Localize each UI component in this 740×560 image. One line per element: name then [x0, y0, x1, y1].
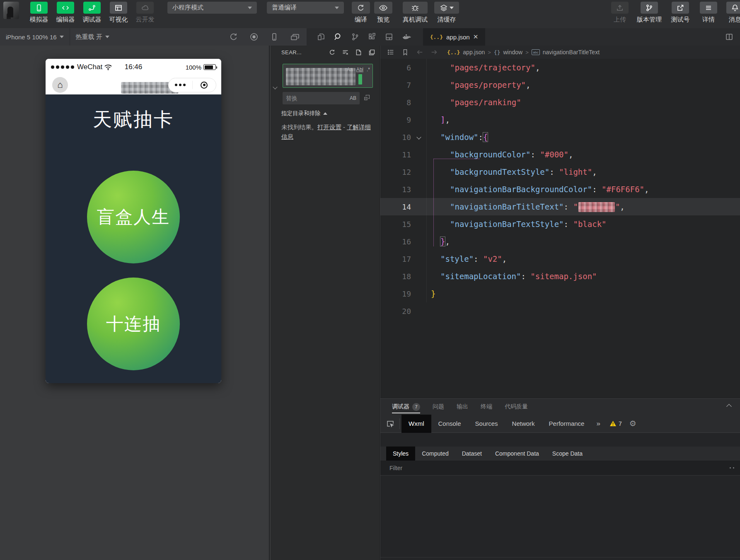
files-icon[interactable]: [317, 32, 326, 41]
rotate-icon[interactable]: [229, 32, 238, 41]
refresh-search-icon[interactable]: [329, 49, 336, 56]
forward-arrow-icon[interactable]: [430, 48, 438, 56]
more-options-button[interactable]: [169, 84, 192, 86]
simulator-controls: [229, 32, 300, 41]
eye-icon: [374, 2, 392, 14]
toggle-replace-icon[interactable]: [273, 83, 277, 90]
back-arrow-icon[interactable]: [416, 48, 423, 56]
line-number: 8: [380, 98, 411, 107]
breadcrumb-file[interactable]: app.json: [463, 49, 485, 56]
close-icon[interactable]: ✕: [473, 33, 479, 41]
breadcrumb: {..} app.json > {} window > abc navigati…: [447, 49, 600, 56]
tab-debugger[interactable]: 调试器 7: [392, 399, 420, 415]
preserve-case-icon[interactable]: AB: [350, 95, 356, 101]
top-toolbar: 模拟器 编辑器 调试器 可视化: [0, 0, 740, 28]
debugger-toggle-button[interactable]: 调试器: [79, 0, 105, 24]
regex-icon[interactable]: .*: [367, 67, 370, 72]
split-editor-icon[interactable]: [725, 33, 733, 41]
bookmark-icon[interactable]: [401, 48, 409, 56]
multi-window-icon[interactable]: [290, 32, 300, 41]
cloud-dev-button[interactable]: 云开发: [132, 0, 158, 24]
preview-button[interactable]: 预览: [372, 0, 394, 24]
settings-gear-icon[interactable]: ⚙: [629, 419, 636, 428]
outline-icon[interactable]: [387, 48, 394, 56]
collapse-panel-icon[interactable]: [726, 404, 732, 409]
search-input[interactable]: Aa Abl .*: [283, 64, 373, 88]
breadcrumb-leaf[interactable]: navigationBarTitleText: [543, 49, 600, 56]
npm-icon[interactable]: [385, 32, 394, 41]
compile-button[interactable]: 编译: [350, 0, 372, 24]
remote-debug-button[interactable]: 真机调试: [399, 0, 431, 24]
tab-title: app.json: [446, 34, 470, 41]
editor-toggle-button[interactable]: 编辑器: [52, 0, 79, 24]
tab-code-quality[interactable]: 代码质量: [505, 399, 528, 415]
filter-input[interactable]: [389, 465, 690, 471]
extensions-icon[interactable]: [368, 32, 377, 41]
tab-app-json[interactable]: {..} app.json ✕: [423, 28, 485, 46]
tab-styles[interactable]: Styles: [386, 447, 415, 461]
docker-icon[interactable]: [401, 32, 412, 41]
inspect-element-icon[interactable]: [386, 420, 394, 428]
close-miniprogram-button[interactable]: [193, 82, 216, 89]
upload-button[interactable]: 上传: [607, 0, 633, 24]
clear-cache-button[interactable]: 清缓存: [431, 0, 462, 24]
compile-mode-dropdown[interactable]: 普通编译: [267, 2, 344, 14]
device-dropdown[interactable]: iPhone 5 100% 16: [0, 28, 70, 46]
whole-word-icon[interactable]: Abl: [356, 67, 363, 72]
upload-icon: [611, 2, 629, 14]
code-line: 6"pages/trajectory",: [380, 59, 740, 76]
visualize-toggle-button[interactable]: 可视化: [105, 0, 132, 24]
tab-computed[interactable]: Computed: [415, 447, 455, 461]
tab-console[interactable]: Console: [431, 415, 468, 433]
layout-icon: [110, 2, 127, 14]
code-line: 10"window":{: [380, 128, 740, 146]
collapse-all-icon[interactable]: [368, 49, 375, 56]
gacha-button-ten-pull[interactable]: 十连抽: [87, 278, 180, 370]
phone-frame: WeChat 16:46 100% ⌂ 天赋抽卡 盲盒人生: [46, 59, 221, 383]
tab-scope-data[interactable]: Scope Data: [546, 447, 589, 461]
search-icon[interactable]: [334, 32, 343, 41]
record-icon[interactable]: [249, 32, 259, 41]
gacha-button-blind-box[interactable]: 盲盒人生: [87, 171, 180, 263]
mode-dropdown[interactable]: 小程序模式: [167, 2, 257, 14]
test-account-button[interactable]: 测试号: [665, 0, 695, 24]
code-area[interactable]: 6"pages/trajectory",7"pages/property",8"…: [380, 59, 740, 320]
search-selection: [358, 74, 362, 84]
replace-field[interactable]: AB: [283, 92, 360, 104]
more-tabs-icon[interactable]: »: [596, 420, 600, 428]
source-control-icon[interactable]: [351, 32, 360, 41]
debugger-icon: [83, 2, 101, 14]
debugger-panel: 调试器 7 问题 输出 终端 代码质量 Wxml Console Sources…: [380, 398, 740, 560]
hot-reload-dropdown[interactable]: 热重载 开: [70, 28, 115, 46]
tab-dataset[interactable]: Dataset: [455, 447, 488, 461]
breadcrumb-node[interactable]: window: [503, 49, 523, 56]
open-in-editor-icon[interactable]: [355, 49, 362, 56]
tab-output[interactable]: 输出: [457, 399, 468, 415]
replace-all-icon[interactable]: [363, 94, 371, 101]
line-number: 12: [380, 168, 411, 176]
tab-sources[interactable]: Sources: [468, 415, 505, 433]
open-settings-link[interactable]: 打开设置: [317, 124, 341, 130]
details-button[interactable]: 详情: [695, 0, 722, 24]
tab-wxml[interactable]: Wxml: [401, 415, 431, 433]
breadcrumb-bar: {..} app.json > {} window > abc navigati…: [380, 46, 740, 59]
fold-chevron-icon[interactable]: [416, 135, 421, 139]
simulator-toggle-button[interactable]: 模拟器: [26, 0, 52, 24]
tab-component-data[interactable]: Component Data: [488, 447, 546, 461]
clear-results-icon[interactable]: [342, 49, 349, 56]
version-control-button[interactable]: 版本管理: [633, 0, 665, 24]
replace-input[interactable]: [286, 95, 348, 101]
messages-button[interactable]: 消息: [722, 0, 740, 24]
home-button[interactable]: ⌂: [52, 77, 68, 93]
device-frame-icon[interactable]: [270, 32, 279, 41]
tab-problems[interactable]: 问题: [433, 399, 444, 415]
warning-counter[interactable]: 7: [609, 420, 622, 427]
avatar[interactable]: [3, 2, 19, 19]
include-exclude-toggle[interactable]: 指定目录和排除: [281, 110, 327, 117]
tab-network[interactable]: Network: [505, 415, 542, 433]
tab-performance[interactable]: Performance: [542, 415, 592, 433]
tab-terminal[interactable]: 终端: [481, 399, 492, 415]
match-case-icon[interactable]: Aa: [347, 67, 353, 72]
simulator-icon: [30, 2, 48, 14]
filter-options-icon[interactable]: [730, 467, 734, 468]
